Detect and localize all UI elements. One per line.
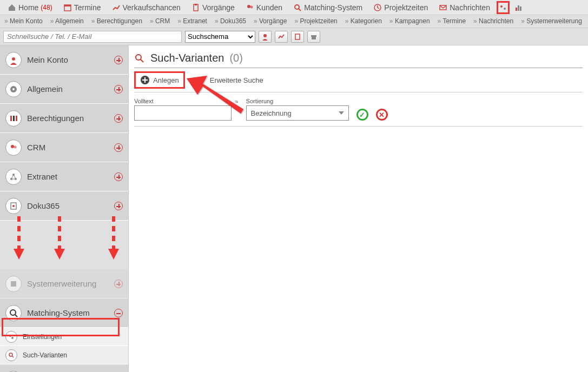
- expand-icon[interactable]: [114, 56, 123, 64]
- svg-rect-17: [311, 35, 316, 37]
- sidebar-subitem-einstellungen[interactable]: Einstellungen: [0, 328, 128, 346]
- svg-rect-13: [518, 5, 519, 11]
- nav-stats-button[interactable]: [512, 1, 525, 14]
- expand-icon[interactable]: [114, 143, 123, 152]
- sort-label: Sortierung: [246, 98, 349, 104]
- nav-kunden-label: Kunden: [256, 3, 282, 12]
- nav-verkaufschancen-label: Verkaufschancen: [123, 3, 181, 12]
- clock-icon: [373, 3, 382, 12]
- sidebar-item-allgemein[interactable]: Allgemein: [0, 75, 128, 104]
- toolbar-user-button[interactable]: [259, 31, 272, 43]
- expand-icon[interactable]: [114, 172, 123, 181]
- permissions-icon: [5, 110, 22, 127]
- sort-select[interactable]: Bezeichnung: [246, 105, 349, 121]
- archive-icon: [310, 33, 318, 41]
- content-title: Such-Varianten: [150, 52, 224, 64]
- collapse-icon[interactable]: [114, 309, 123, 317]
- filter-row: Volltext ≈ Sortierung Bezeichnung ✓ ✕: [134, 92, 583, 127]
- subnav-item[interactable]: Systemerweiterung: [521, 17, 582, 25]
- svg-point-25: [11, 145, 14, 148]
- subnav-item[interactable]: Extranet: [177, 17, 207, 25]
- search-schema-select[interactable]: Suchschema: [185, 31, 255, 43]
- subnav-item[interactable]: Allgemein: [50, 17, 84, 25]
- advanced-search-button[interactable]: Erweiterte Suche: [194, 74, 268, 87]
- fulltext-input[interactable]: [134, 105, 232, 121]
- subnav-item[interactable]: CRM: [150, 17, 170, 25]
- sidebar-item-systemerweiterung[interactable]: Systemerweiterung: [0, 269, 128, 298]
- mail-icon: [439, 3, 447, 12]
- chart-icon: [112, 3, 121, 12]
- nav-settings-button[interactable]: [497, 1, 510, 14]
- subnav-item[interactable]: Vorgänge: [254, 17, 287, 25]
- svg-point-11: [504, 8, 506, 10]
- sidebar-item-berechtigungen[interactable]: Berechtigungen: [0, 104, 128, 133]
- clipboard-icon: [294, 33, 301, 41]
- subnav-item[interactable]: Berechtigungen: [91, 17, 142, 25]
- svg-line-42: [141, 59, 143, 62]
- search-icon: [134, 53, 145, 64]
- network-icon: [5, 169, 22, 185]
- subnav-item[interactable]: Nachrichten: [473, 17, 513, 25]
- apply-filter-button[interactable]: ✓: [356, 109, 368, 121]
- svg-rect-22: [10, 116, 12, 121]
- subnav-item[interactable]: Kategorien: [345, 17, 382, 25]
- subnav-item[interactable]: Mein Konto: [4, 17, 43, 25]
- bars-icon: [514, 3, 523, 12]
- content-count: (0): [229, 52, 242, 64]
- subnav-item[interactable]: Termine: [438, 17, 466, 25]
- sidebar-item-crm[interactable]: CRM: [0, 133, 128, 162]
- svg-point-4: [247, 5, 250, 8]
- create-label: Anlegen: [153, 76, 179, 84]
- sidebar-item-extranet[interactable]: Extranet: [0, 162, 128, 191]
- plugin-icon: [5, 276, 22, 292]
- toolbar-clipboard-button[interactable]: [291, 31, 304, 43]
- search-icon: [5, 305, 22, 321]
- expand-icon[interactable]: [114, 114, 123, 123]
- subnav-item[interactable]: Projektzeiten: [294, 17, 337, 25]
- nav-projektzeiten-label: Projektzeiten: [384, 3, 428, 12]
- nav-vorgaenge[interactable]: Vorgänge: [187, 1, 239, 14]
- expand-icon[interactable]: [114, 202, 123, 210]
- top-navigation: Home (48) Termine Verkaufschancen Vorgän…: [0, 0, 588, 15]
- nav-nachrichten-label: Nachrichten: [450, 3, 490, 12]
- users-icon: [5, 140, 22, 156]
- sidebar-label: Matching-System: [27, 308, 114, 317]
- expand-icon[interactable]: [114, 85, 123, 94]
- nav-vorgaenge-label: Vorgänge: [202, 3, 235, 12]
- sidebar-item-matching-system[interactable]: Matching-System: [0, 298, 128, 328]
- subnav-item[interactable]: Doku365: [215, 17, 246, 25]
- search-icon: [293, 3, 302, 12]
- nav-matching[interactable]: Matching-System: [289, 1, 367, 14]
- svg-rect-18: [312, 37, 316, 39]
- nav-verkaufschancen[interactable]: Verkaufschancen: [108, 1, 185, 14]
- sidebar-label: Doku365: [27, 201, 114, 210]
- nav-projektzeiten[interactable]: Projektzeiten: [369, 1, 432, 14]
- sidebar-item-doku365[interactable]: Doku365: [0, 191, 128, 221]
- svg-point-21: [12, 88, 15, 90]
- nav-kunden[interactable]: Kunden: [241, 1, 287, 14]
- sidebar-item-filedrive[interactable]: FileDrive: [0, 364, 128, 372]
- create-button[interactable]: Anlegen: [134, 71, 185, 89]
- svg-point-10: [500, 5, 503, 8]
- expand-icon[interactable]: [114, 280, 123, 288]
- clear-filter-button[interactable]: ✕: [376, 109, 388, 121]
- svg-point-26: [14, 145, 17, 148]
- calendar-icon: [63, 3, 72, 12]
- sidebar-subitem-such-varianten[interactable]: Such-Varianten: [0, 346, 128, 364]
- nav-home[interactable]: Home (48): [3, 1, 57, 14]
- content-area: Such-Varianten (0) Anlegen Erweiterte Su…: [129, 45, 588, 372]
- sidebar-item-mein-konto[interactable]: Mein Konto: [0, 45, 128, 75]
- user-icon: [261, 33, 269, 41]
- nav-termine[interactable]: Termine: [59, 1, 105, 14]
- quicksearch-input[interactable]: [3, 31, 182, 43]
- nav-nachrichten[interactable]: Nachrichten: [434, 1, 494, 14]
- subnav-item[interactable]: Kampagnen: [389, 17, 430, 25]
- approx-symbol: ≈: [235, 98, 239, 105]
- svg-rect-3: [195, 4, 197, 5]
- toolbar-archive-button[interactable]: [307, 31, 320, 43]
- sidebar-label: CRM: [27, 143, 114, 152]
- toolbar-chart-button[interactable]: [275, 31, 288, 43]
- sort-value: Bezeichnung: [251, 109, 292, 117]
- svg-point-41: [136, 55, 141, 60]
- sliders-icon: [499, 4, 507, 11]
